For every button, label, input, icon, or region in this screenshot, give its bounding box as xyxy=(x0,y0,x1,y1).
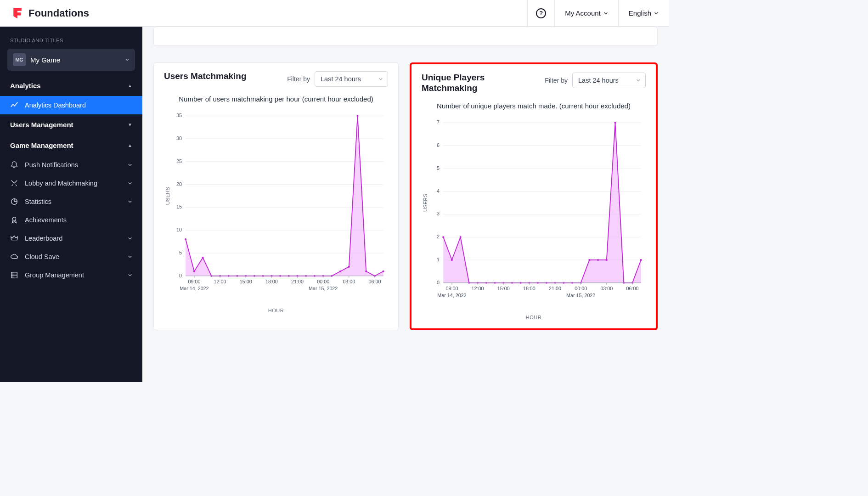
group-icon xyxy=(10,271,18,279)
svg-text:15:00: 15:00 xyxy=(497,286,510,291)
svg-text:25: 25 xyxy=(176,158,182,164)
svg-point-21 xyxy=(202,257,204,259)
chevron-down-icon xyxy=(378,77,383,81)
chevron-down-icon xyxy=(125,57,130,62)
nav-achievements[interactable]: Achievements xyxy=(0,211,142,229)
nav-section-users[interactable]: Users Management ▼ xyxy=(0,114,142,135)
caret-down-icon: ▼ xyxy=(128,122,132,127)
filter-select[interactable]: Last 24 hours xyxy=(315,71,388,87)
svg-text:5: 5 xyxy=(437,165,440,170)
panel-users-matchmaking: Users Matchmaking Filter by Last 24 hour… xyxy=(153,62,399,330)
chevron-down-icon xyxy=(636,78,641,83)
nav-statistics[interactable]: Statistics xyxy=(0,192,142,211)
svg-text:Mar 14, 2022: Mar 14, 2022 xyxy=(437,292,466,298)
chart-unique-players: 0123456709:0012:0015:0018:0021:0000:0003… xyxy=(421,118,647,306)
panel-unique-players-matchmaking: Unique Players Matchmaking Filter by Las… xyxy=(410,62,658,330)
account-menu[interactable]: My Account xyxy=(554,0,618,26)
svg-text:20: 20 xyxy=(176,181,182,187)
svg-text:2: 2 xyxy=(437,234,440,239)
sidebar: STUDIO AND TITLES MG My Game Analytics ▲… xyxy=(0,27,142,382)
panel-subtitle: Number of users matchmaking per hour (cu… xyxy=(154,93,398,107)
svg-text:03:00: 03:00 xyxy=(600,286,613,291)
svg-text:6: 6 xyxy=(437,142,440,148)
brand: Foundations xyxy=(11,7,89,20)
nav-cloud-save[interactable]: Cloud Save xyxy=(0,248,142,266)
chevron-down-icon xyxy=(128,236,132,241)
brand-logo-icon xyxy=(11,7,24,20)
main-content: Users Matchmaking Filter by Last 24 hour… xyxy=(142,27,669,382)
svg-point-81 xyxy=(460,236,462,238)
svg-text:1: 1 xyxy=(437,257,440,262)
svg-text:09:00: 09:00 xyxy=(445,286,458,291)
svg-text:Mar 15, 2022: Mar 15, 2022 xyxy=(309,286,338,291)
svg-point-80 xyxy=(451,259,453,261)
svg-point-98 xyxy=(606,259,608,261)
caret-up-icon: ▲ xyxy=(128,83,132,88)
chevron-down-icon xyxy=(654,11,659,16)
svg-text:06:00: 06:00 xyxy=(626,286,639,291)
chevron-down-icon xyxy=(128,181,132,186)
x-axis-caption: HOUR xyxy=(411,315,656,328)
game-name: My Game xyxy=(30,56,120,64)
nav-lobby-matchmaking[interactable]: Lobby and Matchmaking xyxy=(0,174,142,192)
chevron-down-icon xyxy=(128,163,132,167)
chevron-down-icon xyxy=(128,273,132,277)
svg-text:12:00: 12:00 xyxy=(214,279,226,284)
svg-text:0: 0 xyxy=(437,279,440,285)
svg-point-96 xyxy=(588,259,590,261)
svg-text:15: 15 xyxy=(176,204,182,209)
nav-push-notifications[interactable]: Push Notifications xyxy=(0,156,142,174)
svg-text:10: 10 xyxy=(176,227,182,232)
svg-text:09:00: 09:00 xyxy=(188,279,200,284)
language-menu[interactable]: English xyxy=(618,0,669,26)
panel-title: Users Matchmaking xyxy=(164,71,247,82)
chevron-down-icon xyxy=(128,199,132,204)
svg-point-99 xyxy=(614,122,616,124)
svg-text:15:00: 15:00 xyxy=(240,279,252,284)
chevron-down-icon xyxy=(128,254,132,259)
svg-point-42 xyxy=(383,271,384,272)
svg-point-1 xyxy=(12,217,16,220)
brand-name: Foundations xyxy=(28,7,89,19)
upper-card xyxy=(153,27,658,46)
help-button[interactable]: ? xyxy=(527,0,554,26)
swords-icon xyxy=(10,179,18,187)
svg-text:0: 0 xyxy=(179,273,182,278)
svg-point-97 xyxy=(597,259,599,261)
svg-text:USERS: USERS xyxy=(423,194,428,212)
svg-text:4: 4 xyxy=(437,188,440,193)
nav-group-management[interactable]: Group Management xyxy=(0,266,142,284)
filter-label: Filter by xyxy=(545,77,568,84)
svg-text:Mar 15, 2022: Mar 15, 2022 xyxy=(566,292,595,298)
svg-point-39 xyxy=(356,115,358,117)
svg-text:5: 5 xyxy=(179,250,182,255)
sidebar-section-label: STUDIO AND TITLES xyxy=(0,33,142,47)
help-icon: ? xyxy=(536,8,546,18)
panel-subtitle: Number of unique players match made. (cu… xyxy=(411,100,656,114)
svg-text:USERS: USERS xyxy=(165,187,170,205)
svg-text:03:00: 03:00 xyxy=(343,279,355,284)
filter-label: Filter by xyxy=(287,75,310,83)
svg-text:3: 3 xyxy=(437,211,440,216)
nav-analytics-dashboard[interactable]: Analytics Dashboard xyxy=(0,96,142,114)
nav-section-analytics[interactable]: Analytics ▲ xyxy=(0,75,142,96)
trend-icon xyxy=(10,101,18,109)
pie-icon xyxy=(10,197,18,206)
svg-point-79 xyxy=(442,236,444,238)
nav-leaderboard[interactable]: Leaderboard xyxy=(0,229,142,248)
nav-section-game-mgmt[interactable]: Game Management ▲ xyxy=(0,135,142,156)
x-axis-caption: HOUR xyxy=(154,308,398,321)
caret-up-icon: ▲ xyxy=(128,143,132,148)
game-selector[interactable]: MG My Game xyxy=(7,49,135,71)
game-badge: MG xyxy=(13,53,26,66)
crown-icon xyxy=(10,234,18,242)
panel-title: Unique Players Matchmaking xyxy=(422,73,532,94)
svg-point-20 xyxy=(193,271,195,272)
svg-text:21:00: 21:00 xyxy=(291,279,304,284)
svg-point-38 xyxy=(348,266,350,268)
svg-text:30: 30 xyxy=(176,135,182,141)
cloud-icon xyxy=(10,253,18,261)
svg-text:35: 35 xyxy=(176,113,182,118)
topbar: Foundations ? My Account English xyxy=(0,0,669,27)
filter-select[interactable]: Last 24 hours xyxy=(572,73,646,88)
